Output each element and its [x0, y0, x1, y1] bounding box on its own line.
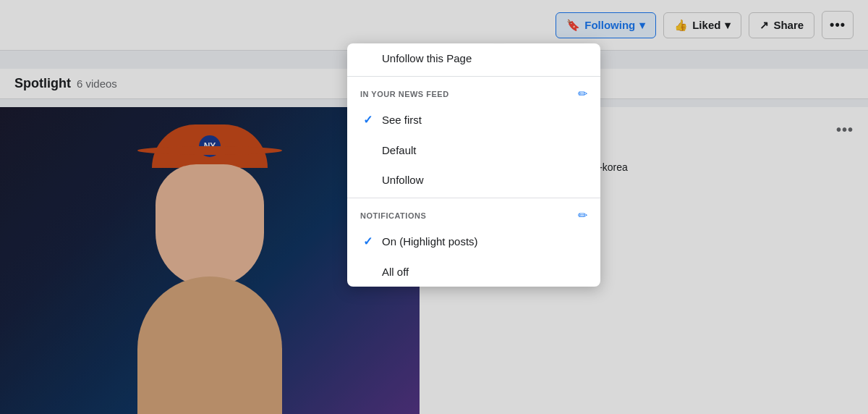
on-highlight-item[interactable]: ✓ On (Highlight posts): [347, 225, 600, 257]
notifications-section-header: NOTIFICATIONS ✏: [347, 201, 600, 225]
see-first-item[interactable]: ✓ See first: [347, 104, 600, 135]
on-highlight-check-icon: ✓: [360, 234, 375, 248]
notifications-edit-icon[interactable]: ✏: [578, 208, 587, 222]
unfollow-page-label: Unfollow this Page: [382, 52, 472, 64]
unfollow-page-item[interactable]: Unfollow this Page: [347, 43, 600, 73]
unfollow-item[interactable]: Unfollow: [347, 165, 600, 195]
notifications-label: NOTIFICATIONS: [360, 211, 426, 220]
menu-divider-2: [347, 198, 600, 198]
news-feed-label: IN YOUR NEWS FEED: [360, 90, 449, 98]
dropdown-menu: Unfollow this Page IN YOUR NEWS FEED ✏ ✓…: [347, 43, 600, 287]
default-label: Default: [382, 144, 417, 156]
see-first-check-icon: ✓: [360, 112, 375, 127]
news-feed-section-header: IN YOUR NEWS FEED ✏: [347, 80, 600, 104]
all-off-item[interactable]: All off: [347, 257, 600, 287]
on-highlight-label: On (Highlight posts): [382, 235, 478, 248]
all-off-label: All off: [382, 266, 409, 278]
menu-divider-1: [347, 76, 600, 77]
unfollow-item-label: Unfollow: [382, 174, 424, 186]
news-feed-edit-icon[interactable]: ✏: [578, 87, 587, 101]
default-item[interactable]: Default: [347, 135, 600, 165]
see-first-label: See first: [382, 114, 422, 126]
